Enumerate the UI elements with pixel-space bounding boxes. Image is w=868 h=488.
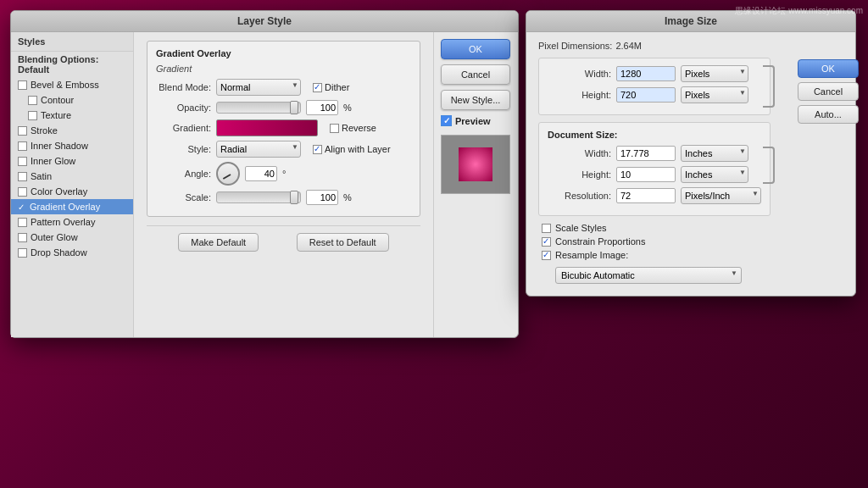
- width-input[interactable]: [616, 66, 676, 81]
- right-panel: OK Cancel New Style... ✓ Preview: [433, 32, 518, 337]
- doc-height-label: Height:: [548, 169, 611, 180]
- resolution-input[interactable]: [616, 188, 676, 203]
- styles-list-item[interactable]: Inner Glow: [11, 153, 133, 169]
- style-select[interactable]: Radial Linear Angle Reflected Diamond: [216, 141, 301, 158]
- preview-row: ✓ Preview: [441, 115, 511, 126]
- resample-label: Resample Image:: [555, 250, 628, 260]
- bottom-buttons: Make Default Reset to Default: [147, 225, 420, 260]
- satin-checkbox[interactable]: [18, 172, 27, 181]
- ok-button[interactable]: OK: [441, 39, 510, 59]
- preview-checkbox[interactable]: ✓: [441, 115, 452, 126]
- angle-label: Angle:: [156, 169, 211, 179]
- gradient-overlay-item[interactable]: ✓ Gradient Overlay: [11, 199, 133, 214]
- styles-list-item[interactable]: Blending Options: Default: [11, 52, 133, 77]
- styles-list-item[interactable]: Contour: [11, 92, 133, 108]
- scale-thumb[interactable]: [290, 191, 298, 204]
- dither-row: Dither: [313, 82, 349, 92]
- document-size-title: Document Size:: [548, 130, 761, 140]
- gradient-label: Gradient:: [156, 123, 211, 133]
- resample-row: Resample Image:: [538, 250, 791, 260]
- opacity-thumb[interactable]: [290, 101, 298, 114]
- doc-height-unit-select[interactable]: Inches cm mm: [681, 166, 748, 183]
- styles-panel: Styles Blending Options: Default Bevel &…: [11, 32, 134, 337]
- pixel-dimensions-row: Pixel Dimensions: 2.64M: [538, 41, 791, 51]
- reset-to-default-button[interactable]: Reset to Default: [297, 233, 389, 252]
- doc-width-input[interactable]: [616, 146, 676, 161]
- stroke-checkbox[interactable]: [18, 126, 27, 136]
- styles-panel-header: Styles: [11, 32, 133, 52]
- opacity-input[interactable]: [306, 100, 338, 115]
- styles-list-item[interactable]: Outer Glow: [11, 230, 133, 245]
- inner-glow-checkbox[interactable]: [18, 157, 27, 166]
- constrain-proportions-label: Constrain Proportions: [555, 236, 645, 247]
- bevel-emboss-checkbox[interactable]: [18, 80, 27, 90]
- styles-list-item[interactable]: Inner Shadow: [11, 138, 133, 153]
- dither-checkbox[interactable]: [313, 83, 322, 92]
- is-top-row: Pixel Dimensions: 2.64M Width: Pixels Pe…: [538, 41, 843, 287]
- make-default-button[interactable]: Make Default: [178, 233, 259, 252]
- new-style-button[interactable]: New Style...: [441, 90, 510, 110]
- scale-input[interactable]: [306, 190, 338, 205]
- styles-list-item[interactable]: Satin: [11, 169, 133, 184]
- doc-width-label: Width:: [548, 148, 611, 158]
- gradient-picker[interactable]: [216, 119, 318, 136]
- color-overlay-checkbox[interactable]: [18, 187, 27, 197]
- scale-slider[interactable]: [216, 191, 301, 203]
- reverse-checkbox[interactable]: [330, 124, 339, 133]
- drop-shadow-checkbox[interactable]: [18, 248, 27, 258]
- scale-styles-checkbox[interactable]: [542, 224, 551, 233]
- resolution-unit-select[interactable]: Pixels/Inch Pixels/cm: [681, 187, 761, 204]
- width-unit-wrapper: Pixels Percent: [681, 65, 748, 82]
- blend-mode-label: Blend Mode:: [156, 82, 211, 92]
- styles-list-item[interactable]: Pattern Overlay: [11, 214, 133, 230]
- pixel-dimensions-label: Pixel Dimensions:: [538, 41, 612, 51]
- style-row: Style: Radial Linear Angle Reflected Dia…: [156, 141, 411, 158]
- inner-shadow-checkbox[interactable]: [18, 141, 27, 151]
- align-row: Align with Layer: [313, 144, 391, 154]
- doc-width-unit-select[interactable]: Inches cm mm Pixels: [681, 145, 748, 162]
- styles-list-item[interactable]: Bevel & Emboss: [11, 77, 133, 92]
- style-select-wrapper: Radial Linear Angle Reflected Diamond: [216, 141, 301, 158]
- styles-list-item[interactable]: Stroke: [11, 123, 133, 138]
- align-label: Align with Layer: [325, 144, 391, 154]
- doc-height-unit-wrapper: Inches cm mm: [681, 166, 748, 183]
- preview-shape: [459, 147, 492, 181]
- pattern-overlay-checkbox[interactable]: [18, 218, 27, 227]
- reverse-label: Reverse: [342, 123, 376, 133]
- height-label: Height:: [548, 90, 611, 100]
- is-auto-button[interactable]: Auto...: [798, 105, 859, 124]
- cancel-button[interactable]: Cancel: [441, 64, 510, 85]
- resample-checkbox[interactable]: [542, 251, 551, 260]
- scale-row: Scale: %: [156, 190, 411, 205]
- document-size-section: Document Size: Width: Inches cm mm Pixel…: [538, 122, 771, 216]
- blend-mode-row: Blend Mode: Normal Multiply Screen Dithe…: [156, 79, 411, 96]
- contour-checkbox[interactable]: [28, 96, 37, 105]
- opacity-slider[interactable]: [216, 102, 301, 114]
- gradient-overlay-title: Gradient Overlay: [156, 48, 411, 58]
- preview-area: [441, 135, 510, 194]
- styles-list-item[interactable]: Texture: [11, 108, 133, 123]
- resample-select[interactable]: Bicubic Automatic Bicubic Smoother Bicub…: [555, 267, 742, 284]
- doc-width-unit-wrapper: Inches cm mm Pixels: [681, 145, 748, 162]
- height-input[interactable]: [616, 87, 676, 103]
- resolution-row: Resolution: Pixels/Inch Pixels/cm: [548, 187, 761, 204]
- width-unit-select[interactable]: Pixels Percent: [681, 65, 748, 82]
- scale-styles-row: Scale Styles: [538, 223, 791, 233]
- height-unit-select[interactable]: Pixels Percent: [681, 86, 748, 103]
- pixel-dimensions-section: Width: Pixels Percent Height:: [538, 58, 771, 115]
- styles-list-item[interactable]: Drop Shadow: [11, 245, 133, 260]
- outer-glow-checkbox[interactable]: [18, 233, 27, 242]
- is-ok-button[interactable]: OK: [798, 59, 859, 78]
- image-size-dialog: Image Size Pixel Dimensions: 2.64M Width…: [526, 10, 856, 297]
- is-cancel-button[interactable]: Cancel: [798, 82, 859, 101]
- preview-label: Preview: [455, 116, 491, 126]
- doc-height-input[interactable]: [616, 167, 676, 182]
- constrain-proportions-checkbox[interactable]: [542, 237, 551, 247]
- texture-checkbox[interactable]: [28, 111, 37, 120]
- angle-dial[interactable]: [216, 162, 240, 186]
- align-checkbox[interactable]: [313, 145, 322, 154]
- gradient-subsection-title: Gradient: [156, 64, 411, 74]
- styles-list-item[interactable]: Color Overlay: [11, 184, 133, 199]
- angle-input[interactable]: [245, 166, 277, 181]
- blend-mode-select[interactable]: Normal Multiply Screen: [216, 79, 301, 96]
